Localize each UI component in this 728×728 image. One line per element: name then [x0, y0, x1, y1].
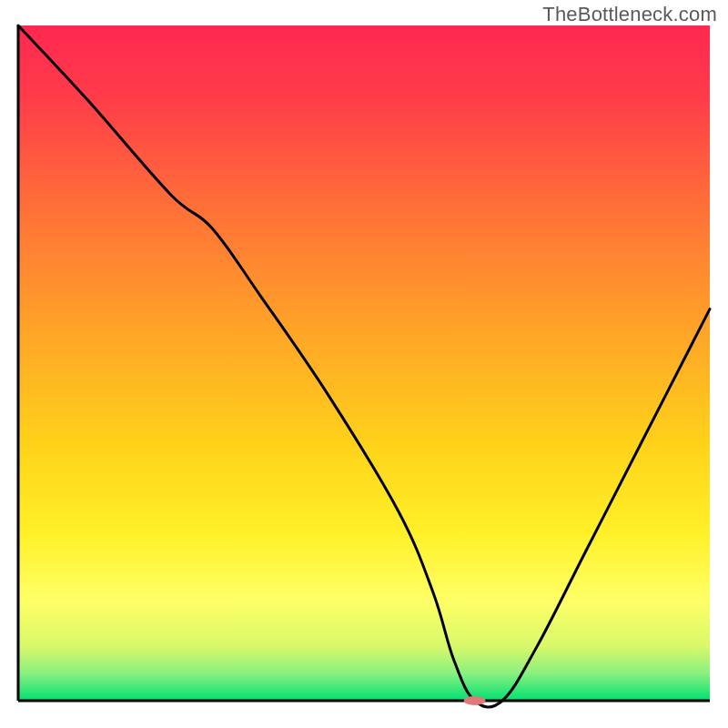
plot-background — [18, 25, 710, 701]
optimal-marker — [464, 696, 486, 705]
watermark: TheBottleneck.com — [542, 3, 717, 26]
bottleneck-chart — [0, 0, 728, 728]
